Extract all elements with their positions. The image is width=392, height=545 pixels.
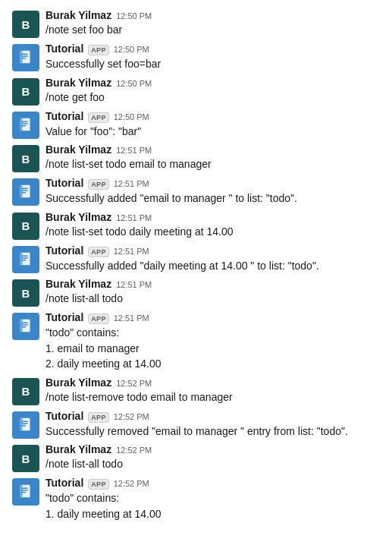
svg-rect-13 (22, 190, 28, 191)
message-header: TutorialAPP12:52 PM (45, 410, 380, 423)
message-group: TutorialAPP12:50 PMSuccessfully set foo=… (12, 39, 380, 74)
message-text-line: "todo" contains: (45, 490, 380, 506)
message-text: Successfully removed "email to manager "… (45, 424, 380, 439)
app-badge: APP (88, 412, 108, 423)
message-content: TutorialAPP12:51 PM"todo" contains:1. em… (45, 311, 380, 372)
avatar: B (12, 445, 39, 472)
svg-rect-24 (22, 326, 27, 327)
message-content: Burak Yilmaz12:51 PM/note list-set todo … (45, 143, 380, 172)
message-group: BBurak Yilmaz12:51 PM/note list-all todo (12, 275, 380, 308)
svg-rect-28 (22, 423, 28, 424)
message-header: Burak Yilmaz12:51 PM (45, 211, 380, 223)
message-header: Burak Yilmaz12:51 PM (45, 278, 380, 290)
avatar: B (12, 213, 39, 240)
message-text: /note list-set todo email to manager (45, 156, 380, 172)
message-content: Burak Yilmaz12:52 PM/note list-remove to… (45, 376, 380, 405)
svg-rect-12 (22, 188, 28, 189)
svg-rect-32 (22, 488, 28, 489)
sender-name: Tutorial (45, 410, 83, 422)
message-content: TutorialAPP12:52 PMSuccessfully removed … (45, 410, 380, 439)
svg-rect-14 (22, 192, 27, 193)
svg-rect-11 (20, 185, 23, 198)
app-badge: APP (88, 479, 108, 490)
tutorial-avatar-icon (12, 478, 39, 506)
timestamp: 12:50 PM (114, 112, 149, 121)
tutorial-avatar-icon (12, 44, 39, 71)
message-content: TutorialAPP12:52 PM"todo" contains:1. da… (45, 477, 380, 521)
app-badge: APP (88, 179, 108, 190)
message-text-line: "todo" contains: (45, 325, 380, 341)
message-header: TutorialAPP12:50 PM (45, 43, 380, 55)
svg-rect-8 (22, 123, 28, 124)
message-group: BBurak Yilmaz12:52 PM/note list-all todo (12, 440, 380, 474)
message-group: BBurak Yilmaz12:50 PM/note set foo bar (12, 6, 380, 39)
message-group: BBurak Yilmaz12:51 PM/note list-set todo… (12, 140, 380, 174)
message-group: BBurak Yilmaz12:52 PM/note list-remove t… (12, 373, 380, 407)
svg-rect-31 (20, 485, 23, 498)
svg-rect-19 (22, 260, 27, 260)
svg-rect-26 (20, 418, 23, 431)
message-text: /note list-all todo (45, 291, 380, 307)
app-badge: APP (88, 247, 108, 257)
message-header: Burak Yilmaz12:51 PM (45, 143, 380, 156)
svg-rect-9 (22, 125, 27, 126)
message-group: TutorialAPP12:52 PMSuccessfully removed … (12, 407, 380, 441)
svg-rect-1 (20, 51, 23, 64)
timestamp: 12:51 PM (114, 313, 149, 323)
message-header: TutorialAPP12:51 PM (45, 177, 380, 190)
message-group: TutorialAPP12:52 PM"todo" contains:1. da… (12, 474, 380, 523)
sender-name: Tutorial (45, 110, 83, 122)
message-header: Burak Yilmaz12:50 PM (45, 77, 380, 89)
avatar: B (12, 145, 39, 172)
message-text-line: 2. daily meeting at 14.00 (45, 356, 380, 372)
sender-name: Burak Yilmaz (45, 376, 111, 389)
svg-rect-6 (20, 118, 23, 131)
svg-rect-16 (20, 252, 23, 265)
timestamp: 12:52 PM (114, 412, 149, 421)
message-content: Burak Yilmaz12:52 PM/note list-all todo (45, 443, 380, 472)
message-header: TutorialAPP12:52 PM (45, 477, 380, 490)
svg-rect-27 (22, 421, 28, 421)
sender-name: Tutorial (45, 477, 83, 489)
timestamp: 12:51 PM (116, 146, 152, 155)
sender-name: Burak Yilmaz (45, 211, 111, 223)
app-badge: APP (88, 45, 108, 55)
message-group: TutorialAPP12:50 PMValue for "foo": "bar… (12, 107, 380, 141)
message-group: TutorialAPP12:51 PM"todo" contains:1. em… (12, 308, 380, 373)
timestamp: 12:51 PM (114, 179, 149, 188)
sender-name: Burak Yilmaz (45, 77, 111, 89)
svg-rect-34 (22, 492, 27, 493)
message-content: TutorialAPP12:50 PMSuccessfully set foo=… (45, 43, 380, 72)
svg-rect-33 (22, 490, 28, 491)
timestamp: 12:50 PM (116, 79, 152, 88)
message-content: Burak Yilmaz12:51 PM/note list-all todo (45, 278, 380, 307)
tutorial-avatar-icon (12, 411, 39, 439)
message-header: Burak Yilmaz12:52 PM (45, 443, 380, 455)
timestamp: 12:51 PM (116, 213, 152, 222)
message-content: TutorialAPP12:50 PMValue for "foo": "bar… (45, 110, 380, 140)
app-badge: APP (88, 112, 108, 123)
svg-rect-7 (22, 121, 28, 121)
timestamp: 12:50 PM (116, 11, 152, 20)
svg-rect-2 (22, 54, 28, 55)
svg-rect-17 (22, 255, 28, 256)
timestamp: 12:52 PM (116, 446, 152, 455)
message-text: Successfully added "email to manager " t… (45, 191, 380, 206)
message-text: Successfully set foo=bar (45, 56, 380, 72)
message-text: /note list-all todo (45, 456, 380, 472)
timestamp: 12:51 PM (114, 247, 149, 256)
message-text: Value for "foo": "bar" (45, 124, 380, 140)
svg-rect-29 (22, 425, 27, 426)
svg-rect-18 (22, 257, 28, 258)
sender-name: Burak Yilmaz (45, 278, 111, 290)
tutorial-avatar-icon (12, 112, 39, 139)
message-header: TutorialAPP12:50 PM (45, 110, 380, 123)
message-content: Burak Yilmaz12:50 PM/note set foo bar (45, 9, 380, 38)
message-text: /note set foo bar (45, 22, 380, 38)
avatar: B (12, 279, 39, 307)
sender-name: Burak Yilmaz (45, 143, 111, 156)
svg-rect-4 (22, 58, 27, 58)
timestamp: 12:50 PM (114, 45, 149, 54)
avatar: B (12, 78, 39, 106)
tutorial-avatar-icon (12, 246, 39, 273)
